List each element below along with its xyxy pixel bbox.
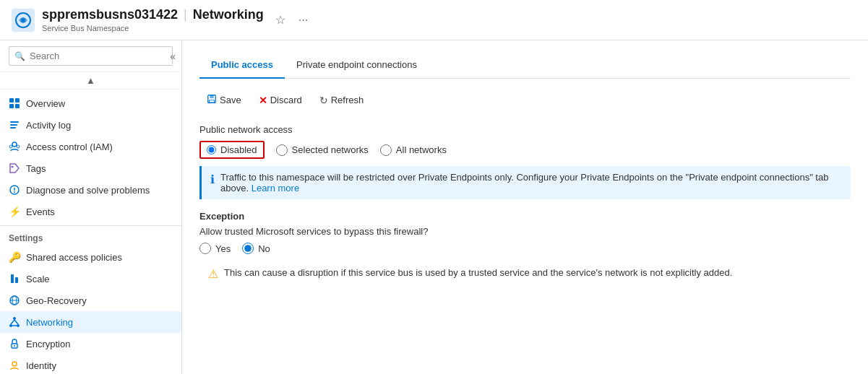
no-radio-option: No [242, 243, 270, 254]
disabled-radio-input[interactable] [207, 145, 216, 155]
networking-icon [9, 316, 20, 328]
no-radio-label[interactable]: No [258, 243, 270, 254]
geo-recovery-icon [9, 295, 20, 306]
network-access-radio-group: Disabled Selected networks All networks [199, 141, 851, 159]
header-title-group: sppremsbusns031422 | Networking Service … [42, 7, 264, 32]
svg-rect-17 [11, 274, 14, 283]
scroll-up-button[interactable]: ▲ [0, 72, 181, 90]
refresh-icon: ↻ [319, 95, 328, 106]
svg-point-2 [21, 18, 25, 22]
svg-rect-32 [210, 95, 213, 98]
sidebar-item-label-scale: Scale [26, 274, 50, 284]
sidebar-item-label-shared-access: Shared access policies [26, 252, 122, 263]
search-input[interactable] [9, 46, 173, 66]
sidebar-item-scale[interactable]: Scale [0, 268, 181, 290]
header-actions: ☆ ··· [272, 12, 311, 28]
svg-line-25 [11, 320, 14, 324]
svg-rect-9 [10, 127, 16, 129]
selected-networks-radio-option: Selected networks [276, 144, 369, 156]
sidebar-item-label-overview: Overview [26, 98, 65, 109]
scroll-up-icon: ▲ [86, 75, 95, 86]
exception-question: Allow trusted Microsoft services to bypa… [199, 226, 851, 237]
main-content: Public access Private endpoint connectio… [182, 40, 868, 374]
sidebar-item-label-tags: Tags [26, 163, 46, 174]
public-network-access-label: Public network access [199, 124, 851, 135]
info-box: ℹ Traffic to this namespace will be rest… [199, 166, 851, 199]
public-network-access-section: Public network access Disabled Selected … [199, 124, 851, 287]
tab-private-endpoint[interactable]: Private endpoint connections [285, 52, 429, 79]
tags-icon [9, 162, 20, 174]
exception-title: Exception [199, 211, 851, 222]
settings-section-title: Settings [0, 225, 181, 246]
resource-subtitle: Service Bus Namespace [42, 24, 264, 32]
favorite-button[interactable]: ☆ [272, 12, 288, 28]
learn-more-link[interactable]: Learn more [252, 183, 299, 193]
sidebar-item-label-access-control: Access control (IAM) [26, 142, 113, 152]
sidebar-collapse-button[interactable]: « [170, 51, 176, 62]
sidebar-item-activity-log[interactable]: Activity log [0, 114, 181, 136]
sidebar-item-geo-recovery[interactable]: Geo-Recovery [0, 290, 181, 311]
sidebar-item-shared-access[interactable]: 🔑 Shared access policies [0, 246, 181, 268]
sidebar-item-encryption[interactable]: Encryption [0, 333, 181, 355]
warning-box: ⚠ This can cause a disruption if this se… [199, 261, 851, 287]
svg-rect-6 [15, 104, 20, 108]
tabs-container: Public access Private endpoint connectio… [199, 52, 851, 79]
discard-button[interactable]: ✕ Discard [252, 91, 309, 110]
sidebar-item-label-diagnose: Diagnose and solve problems [26, 185, 150, 196]
all-networks-radio-input[interactable] [380, 144, 392, 156]
sidebar-navigation: Overview Activity log Access control (IA… [0, 90, 181, 374]
svg-point-30 [12, 362, 17, 366]
svg-rect-7 [10, 121, 19, 123]
disabled-radio-label[interactable]: Disabled [220, 144, 257, 155]
sidebar-item-label-events: Events [26, 206, 55, 217]
main-layout: « ▲ Overview Activity log [0, 40, 868, 374]
sidebar-item-access-control[interactable]: Access control (IAM) [0, 136, 181, 157]
sidebar-item-tags[interactable]: Tags [0, 157, 181, 179]
save-button[interactable]: Save [199, 90, 249, 110]
yes-radio-input[interactable] [199, 243, 211, 254]
sidebar-item-identity[interactable]: Identity [0, 355, 181, 374]
title-separator: | [184, 7, 187, 22]
exception-radio-group: Yes No [199, 243, 851, 254]
yes-radio-label[interactable]: Yes [215, 243, 231, 254]
svg-rect-3 [9, 98, 14, 103]
scale-icon [9, 273, 20, 284]
sidebar-item-diagnose[interactable]: Diagnose and solve problems [0, 179, 181, 201]
warning-icon: ⚠ [208, 267, 218, 281]
all-networks-radio-option: All networks [380, 144, 447, 156]
page-header: sppremsbusns031422 | Networking Service … [0, 0, 868, 40]
svg-rect-4 [15, 98, 20, 103]
disabled-radio-wrapper: Disabled [199, 141, 265, 159]
identity-icon [9, 360, 20, 371]
sidebar-item-label-activity-log: Activity log [26, 120, 71, 131]
sidebar-item-label-geo-recovery: Geo-Recovery [26, 295, 87, 306]
sidebar: « ▲ Overview Activity log [0, 40, 182, 374]
sidebar-item-networking[interactable]: Networking [0, 311, 181, 333]
sidebar-item-label-encryption: Encryption [26, 339, 70, 349]
no-radio-input[interactable] [242, 243, 254, 254]
info-message: Traffic to this namespace will be restri… [220, 172, 842, 193]
page-title: Networking [193, 7, 264, 22]
all-networks-radio-label[interactable]: All networks [396, 144, 447, 155]
svg-point-10 [12, 142, 17, 147]
tab-public-access[interactable]: Public access [199, 52, 285, 79]
svg-line-26 [14, 320, 18, 324]
selected-networks-radio-input[interactable] [276, 144, 288, 156]
sidebar-item-overview[interactable]: Overview [0, 92, 181, 114]
refresh-button[interactable]: ↻ Refresh [312, 91, 371, 110]
svg-rect-18 [15, 277, 18, 283]
svg-point-16 [14, 191, 15, 193]
more-options-button[interactable]: ··· [296, 12, 311, 28]
warning-message: This can cause a disruption if this serv… [224, 267, 732, 278]
shared-access-icon: 🔑 [9, 251, 20, 263]
sidebar-item-label-networking: Networking [26, 317, 73, 328]
selected-networks-radio-label[interactable]: Selected networks [292, 144, 369, 155]
toolbar: Save ✕ Discard ↻ Refresh [199, 90, 851, 110]
events-icon: ⚡ [9, 206, 20, 217]
sidebar-search-container: « [0, 40, 181, 72]
sidebar-item-label-identity: Identity [26, 360, 56, 371]
encryption-icon [9, 338, 20, 349]
resource-name: sppremsbusns031422 [42, 7, 178, 22]
svg-point-22 [13, 317, 16, 320]
sidebar-item-events[interactable]: ⚡ Events [0, 201, 181, 222]
